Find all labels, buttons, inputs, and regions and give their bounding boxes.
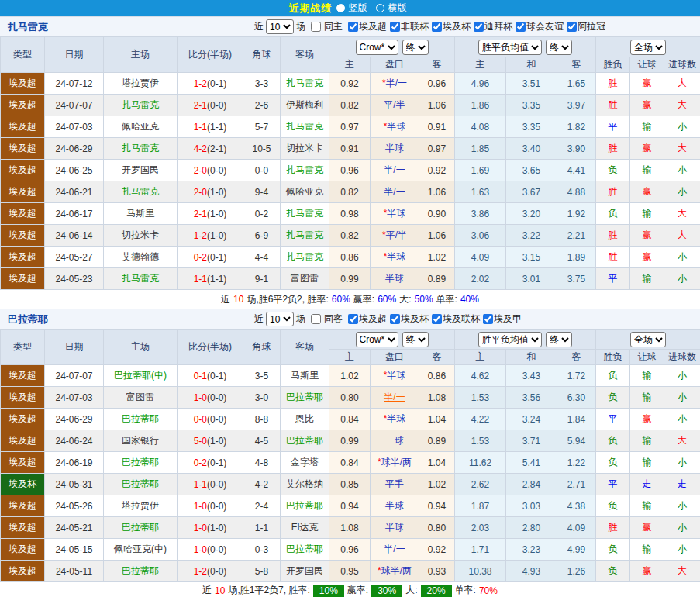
league-filter[interactable]: 埃及超 bbox=[345, 312, 387, 326]
away-team: 扎马雷克 bbox=[281, 160, 329, 181]
league-filter[interactable]: 埃及联杯 bbox=[429, 312, 480, 326]
filter-controls: 近 10 场 同客 埃及超埃及杯埃及联杯埃及甲 bbox=[254, 312, 522, 326]
avg-draw: 3.67 bbox=[506, 181, 557, 203]
score-cell: 2-1(1-0) bbox=[178, 203, 243, 225]
away-team: 富图雷 bbox=[281, 268, 329, 290]
handicap-outcome: 输 bbox=[630, 365, 664, 387]
corner-cell: 5-8 bbox=[243, 561, 281, 582]
league-checkbox[interactable] bbox=[567, 22, 577, 32]
handicap-cell: 半球 bbox=[371, 495, 419, 517]
match-row: 埃及超 24-06-14 切拉米卡 1-2(1-0) 6-9 扎马雷克 0.82… bbox=[1, 225, 700, 247]
avg-away: 1.82 bbox=[557, 116, 596, 138]
odds-company-select[interactable]: Crow* bbox=[356, 332, 398, 347]
horizontal-layout-radio[interactable] bbox=[376, 4, 384, 12]
avg-home: 4.62 bbox=[455, 365, 506, 387]
league-filter[interactable]: 埃及杯 bbox=[429, 20, 471, 33]
away-team: 扎马雷克 bbox=[281, 225, 329, 247]
col-handicap-result: 让球 bbox=[630, 57, 664, 73]
avg-final-select[interactable]: 终 bbox=[546, 40, 572, 55]
handicap-cell: *半球 bbox=[371, 203, 419, 225]
league-filter[interactable]: 埃及甲 bbox=[480, 312, 522, 326]
avg-final-select[interactable]: 终 bbox=[546, 332, 572, 347]
away-team: 恩比 bbox=[281, 409, 329, 430]
league-checkbox[interactable] bbox=[432, 314, 442, 324]
corner-cell: 3-3 bbox=[243, 73, 281, 95]
date-cell: 24-06-29 bbox=[45, 138, 104, 160]
scope-select[interactable]: 全场 bbox=[630, 332, 666, 347]
league-filter[interactable]: 球会友谊 bbox=[512, 20, 564, 33]
col-odds-home: 主 bbox=[329, 350, 371, 365]
col-score: 比分(半场) bbox=[178, 330, 243, 365]
match-count-select[interactable]: 10 bbox=[266, 312, 294, 326]
odds-company-select[interactable]: Crow* bbox=[356, 40, 398, 55]
league-filter[interactable]: 埃及杯 bbox=[387, 312, 429, 326]
league-checkbox[interactable] bbox=[390, 22, 400, 32]
league-checkbox[interactable] bbox=[474, 22, 484, 32]
league-checkbox[interactable] bbox=[390, 314, 400, 324]
big-rate: 20% bbox=[421, 585, 452, 597]
league-filter[interactable]: 非联杯 bbox=[387, 20, 429, 33]
horizontal-layout-label[interactable]: 横版 bbox=[388, 2, 407, 15]
league-checkbox[interactable] bbox=[516, 22, 526, 32]
away-team: 开罗国民 bbox=[281, 561, 329, 582]
league-checkbox[interactable] bbox=[348, 22, 358, 32]
away-odds: 0.80 bbox=[419, 517, 455, 539]
single-rate-label: 单率: bbox=[455, 584, 476, 597]
same-venue-checkbox[interactable] bbox=[311, 314, 321, 324]
league-filter[interactable]: 埃及超 bbox=[345, 20, 387, 33]
score-cell: 1-2(0-1) bbox=[178, 73, 243, 95]
league-filter[interactable]: 迪拜杯 bbox=[471, 20, 512, 33]
goals-outcome: 小 bbox=[664, 116, 700, 138]
result-outcome: 平 bbox=[596, 268, 630, 290]
match-row: 埃及超 24-07-03 富图雷 1-0(0-0) 3-0 巴拉蒂耶 0.80 … bbox=[1, 387, 700, 409]
vertical-layout-radio[interactable] bbox=[336, 4, 345, 12]
scope-select[interactable]: 全场 bbox=[630, 40, 666, 55]
match-row: 埃及超 24-05-11 巴拉蒂耶 1-2(0-0) 5-8 开罗国民 0.95… bbox=[1, 561, 700, 582]
handicap-cell: *半/一 bbox=[371, 73, 419, 95]
home-odds: 0.97 bbox=[329, 116, 371, 138]
away-team: 扎马雷克 bbox=[281, 203, 329, 225]
avg-odds-select[interactable]: 胜平负均值 bbox=[478, 332, 542, 347]
odds-final-select[interactable]: 终 bbox=[402, 332, 429, 347]
date-cell: 24-05-27 bbox=[45, 247, 104, 268]
home-odds: 0.94 bbox=[329, 495, 371, 517]
handicap-cell: 半球 bbox=[371, 517, 419, 539]
match-row: 埃及超 24-05-26 塔拉贾伊 1-0(0-0) 2-4 巴拉蒂耶 0.94… bbox=[1, 495, 700, 517]
home-odds: 0.96 bbox=[329, 539, 371, 561]
col-avg-away: 客 bbox=[557, 57, 596, 73]
away-odds: 1.06 bbox=[419, 95, 455, 116]
league-checkbox[interactable] bbox=[348, 314, 358, 324]
single-rate: 70% bbox=[479, 585, 498, 596]
goals-outcome: 小 bbox=[664, 452, 700, 474]
handicap-outcome: 输 bbox=[630, 387, 664, 409]
avg-odds-select[interactable]: 胜平负均值 bbox=[478, 40, 542, 55]
odds-final-select[interactable]: 终 bbox=[402, 40, 429, 55]
home-team: 扎马雷克 bbox=[104, 181, 178, 203]
match-row: 埃及超 24-07-03 佩哈亚克 1-1(1-1) 5-7 扎马雷克 0.97… bbox=[1, 116, 700, 138]
home-odds: 1.02 bbox=[329, 365, 371, 387]
league-checkbox[interactable] bbox=[432, 22, 442, 32]
col-corner: 角球 bbox=[243, 330, 281, 365]
vertical-layout-label[interactable]: 竖版 bbox=[349, 2, 367, 15]
same-venue-checkbox[interactable] bbox=[311, 22, 321, 32]
away-odds: 0.94 bbox=[419, 495, 455, 517]
home-team: 国家银行 bbox=[104, 430, 178, 452]
score-cell: 2-0(1-0) bbox=[178, 181, 243, 203]
handicap-outcome: 输 bbox=[630, 430, 664, 452]
date-cell: 24-06-21 bbox=[45, 181, 104, 203]
result-outcome: 负 bbox=[596, 539, 630, 561]
avg-draw: 3.24 bbox=[506, 409, 557, 430]
games-label: 场 bbox=[296, 20, 305, 33]
match-count-select[interactable]: 10 bbox=[266, 19, 294, 34]
recent-matches-table-1: 类型 日期 主场 比分(半场) 角球 客场 Crow* 终 胜平负均值 终 全场… bbox=[0, 36, 700, 290]
same-venue-label: 同主 bbox=[324, 20, 343, 33]
score-cell: 0-2(0-1) bbox=[178, 247, 243, 268]
league-cell: 埃及超 bbox=[1, 160, 45, 181]
league-checkbox[interactable] bbox=[483, 314, 493, 324]
avg-away: 5.94 bbox=[557, 430, 596, 452]
avg-home: 10.38 bbox=[455, 561, 506, 582]
avg-draw: 5.41 bbox=[506, 452, 557, 474]
big-rate: 50% bbox=[415, 294, 433, 305]
league-filter[interactable]: 阿拉冠 bbox=[564, 20, 605, 33]
home-odds: 0.96 bbox=[329, 160, 371, 181]
